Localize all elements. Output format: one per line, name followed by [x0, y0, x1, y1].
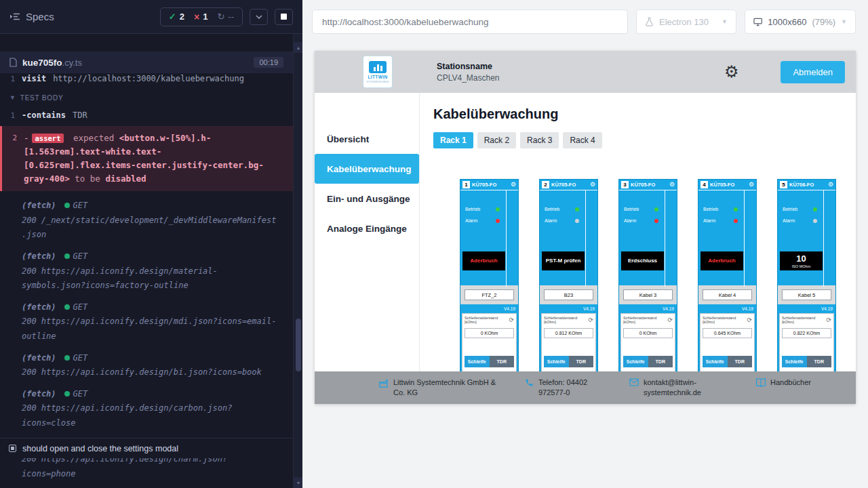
- schleife-button[interactable]: Schleife: [703, 356, 728, 367]
- betrieb-label: Betrieb: [703, 207, 718, 211]
- test-body-section[interactable]: ▼ TEST BODY: [0, 88, 293, 106]
- fetch-log-row[interactable]: (fetch)GET 200https://api.iconify.design…: [0, 246, 293, 297]
- scroll-up-button[interactable]: ▲: [294, 42, 302, 53]
- viewport-selector[interactable]: 1000x660 (79%) ▼: [745, 9, 856, 34]
- card-gear-icon[interactable]: ⚙: [749, 182, 754, 188]
- command-log: 1 visit http://localhost:3000/kabelueber…: [0, 73, 293, 485]
- refresh-icon[interactable]: ⟳: [588, 317, 593, 323]
- sidebar-item-übersicht[interactable]: Übersicht: [315, 124, 419, 154]
- row-number: 2: [2, 131, 24, 186]
- tab-rack-4[interactable]: Rack 4: [563, 132, 601, 148]
- card-header: 5KÜ706-FO⚙: [778, 180, 835, 190]
- footer-item-littwin-systemtechni[interactable]: Littwin Systemtechnik GmbH & Co. KG: [378, 378, 507, 398]
- browser-selector[interactable]: Electron 130 ▼: [636, 9, 736, 34]
- tdr-button[interactable]: TDR: [728, 356, 753, 367]
- alarm-label: Alarm: [465, 218, 477, 223]
- tdr-button[interactable]: TDR: [569, 356, 594, 367]
- tab-rack-2[interactable]: Rack 2: [477, 132, 516, 148]
- betrieb-indicator: Betrieb: [545, 205, 579, 213]
- sidebar-item-analoge-eingänge[interactable]: Analoge Eingänge: [315, 214, 419, 243]
- failed-assert-row[interactable]: 2 -assert expected <button.w-[50%].h-[1.…: [0, 126, 293, 191]
- alarm-indicator: Alarm: [465, 217, 500, 224]
- schleife-button[interactable]: Schleife: [623, 356, 648, 367]
- cross-icon: ×: [194, 12, 199, 22]
- station-label: Stationsname: [437, 62, 500, 71]
- cable-name-strip: B23: [540, 285, 597, 304]
- fetch-url: https://api.iconify.design/material-symb…: [22, 266, 218, 291]
- schleife-button[interactable]: Schleife: [544, 356, 569, 367]
- device-number: 3: [621, 181, 629, 188]
- fetch-label: (fetch): [22, 302, 56, 312]
- refresh-icon[interactable]: ⟳: [826, 317, 831, 323]
- card-gear-icon[interactable]: ⚙: [590, 182, 595, 188]
- cable-name-field[interactable]: FTZ_2: [465, 289, 514, 300]
- collapse-button[interactable]: [250, 9, 268, 25]
- status-lights: BetriebAlarm: [778, 205, 817, 228]
- reporter-scrollbar[interactable]: ▲ ▼: [293, 34, 302, 488]
- fetch-log-row[interactable]: (fetch)GET 200https://api.iconify.design…: [0, 297, 293, 348]
- cable-name-field[interactable]: Kabel 4: [703, 289, 752, 300]
- schleife-button[interactable]: Schleife: [465, 356, 490, 367]
- stop-button[interactable]: [275, 9, 293, 25]
- schleife-button[interactable]: Schleife: [782, 356, 807, 367]
- card-gear-icon[interactable]: ⚙: [828, 182, 833, 188]
- book-icon: [756, 378, 766, 390]
- tab-rack-1[interactable]: Rack 1: [433, 132, 473, 148]
- loop-panel-header: Schleifenwiderstand [kOhm]⟳: [623, 316, 673, 324]
- card-divider: [585, 190, 586, 287]
- alarm-label: Alarm: [545, 218, 557, 223]
- url-input[interactable]: http://localhost:3000/kabelueberwachung: [312, 9, 628, 34]
- alarm-indicator: Alarm: [624, 217, 658, 224]
- alarm-label: Alarm: [783, 218, 795, 223]
- specs-menu-button[interactable]: Specs: [9, 11, 54, 22]
- footer-item-kontakt-littwin-syst[interactable]: kontakt@littwin-systemtechnik.de: [629, 378, 724, 398]
- fetch-log-row[interactable]: (fetch)GET 200https://api.iconify.design…: [0, 348, 293, 384]
- alarm-label: Alarm: [624, 218, 636, 223]
- settings-gear-icon[interactable]: ⚙: [724, 64, 739, 80]
- fetch-log-row[interactable]: (fetch)GET 200https://api.iconify.design…: [0, 384, 293, 434]
- status-ok-dot-icon: [64, 253, 70, 259]
- tdr-button[interactable]: TDR: [648, 356, 673, 367]
- card-gear-icon[interactable]: ⚙: [511, 182, 516, 188]
- footer-item-telefon-04402-972577[interactable]: Telefon: 04402 972577-0: [525, 378, 612, 398]
- refresh-icon[interactable]: ⟳: [667, 317, 673, 323]
- betrieb-indicator: Betrieb: [624, 205, 658, 213]
- cable-name-field[interactable]: Kabel 3: [623, 289, 673, 300]
- station-info: Stationsname CPLV4_Maschen: [437, 62, 500, 83]
- loop-resistance-label: Schleifenwiderstand [kOhm]: [465, 316, 509, 324]
- main-content: Kabelüberwachung Rack 1Rack 2Rack 3Rack …: [420, 93, 856, 404]
- status-value: 10: [796, 253, 806, 264]
- cable-name-field[interactable]: Kabel 5: [782, 289, 831, 300]
- next-test-title[interactable]: should open and close the settings modal: [0, 438, 293, 458]
- scrollbar-thumb[interactable]: [296, 319, 301, 371]
- tdr-button[interactable]: TDR: [490, 356, 515, 367]
- logout-button[interactable]: Abmelden: [781, 61, 845, 83]
- scroll-down-button[interactable]: ▼: [294, 477, 302, 488]
- sidebar-item-kabelüberwachung[interactable]: Kabelüberwachung: [315, 154, 419, 184]
- tab-rack-3[interactable]: Rack 3: [520, 132, 559, 148]
- status-display: 10ISO MOhm: [780, 251, 823, 270]
- sidebar-item-ein-und-ausgänge[interactable]: Ein- und Ausgänge: [315, 184, 419, 214]
- cable-name-strip: Kabel 4: [698, 285, 756, 304]
- cable-name-field[interactable]: B23: [544, 289, 593, 300]
- loop-resistance-label: Schleifenwiderstand [kOhm]: [544, 316, 588, 324]
- app-footer: Littwin Systemtechnik GmbH & Co. KGTelef…: [315, 371, 856, 404]
- refresh-icon[interactable]: ⟳: [747, 317, 752, 323]
- betrieb-label: Betrieb: [465, 207, 480, 211]
- alarm-led: [734, 219, 738, 223]
- firmware-version: V4.19: [460, 304, 518, 313]
- footer-text: Telefon: 04402 972577-0: [538, 378, 612, 398]
- url-text: http://localhost:3000/kabelueberwachung: [322, 17, 488, 27]
- loop-resistance-label: Schleifenwiderstand [kOhm]: [703, 316, 747, 324]
- fetch-label: (fetch): [22, 251, 56, 261]
- spec-header[interactable]: kue705fo.cy.ts 00:19: [0, 52, 302, 73]
- refresh-icon[interactable]: ⟳: [509, 317, 514, 323]
- tdr-button[interactable]: TDR: [807, 356, 832, 367]
- visit-command-row[interactable]: 1 visit http://localhost:3000/kabelueber…: [0, 73, 293, 88]
- contains-command-row[interactable]: 1 -contains TDR: [0, 106, 293, 125]
- reporter-header: Specs ✓2 ×1 ↻--: [0, 0, 302, 34]
- footer-item-handbücher[interactable]: Handbücher: [756, 378, 811, 390]
- card-gear-icon[interactable]: ⚙: [669, 182, 675, 188]
- card-divider: [823, 190, 824, 287]
- fetch-log-row[interactable]: (fetch)GET 200/_next/static/development/…: [0, 195, 293, 246]
